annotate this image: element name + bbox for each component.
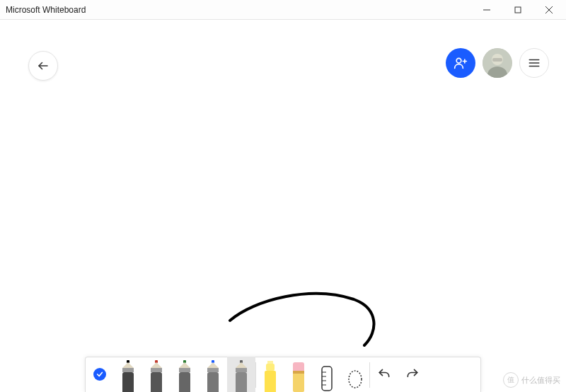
svg-point-5 <box>456 58 461 63</box>
window-maximize-button[interactable] <box>502 0 533 20</box>
redo-button[interactable] <box>398 357 427 392</box>
top-right-controls <box>446 48 549 78</box>
back-arrow-icon <box>37 59 50 72</box>
ruler-icon <box>318 364 336 392</box>
window-title: Microsoft Whiteboard <box>6 5 86 15</box>
pen-icon <box>205 361 221 392</box>
watermark: 值 什么值得买 <box>503 372 560 388</box>
undo-button[interactable] <box>370 357 398 392</box>
lasso-tool[interactable] <box>341 357 369 392</box>
user-avatar[interactable] <box>483 48 512 78</box>
pen-icon <box>149 361 164 392</box>
whiteboard-canvas[interactable]: 值 什么值得买 <box>0 20 566 392</box>
lasso-icon <box>346 364 364 392</box>
redo-icon <box>405 367 420 381</box>
eraser-tool[interactable] <box>284 357 313 392</box>
window-titlebar: Microsoft Whiteboard <box>0 0 566 20</box>
ruler-tool[interactable] <box>313 357 341 392</box>
settings-menu-button[interactable] <box>519 48 549 78</box>
pen-green[interactable] <box>171 357 199 392</box>
svg-point-20 <box>349 371 362 388</box>
active-pen-indicator[interactable] <box>86 357 114 392</box>
svg-rect-15 <box>322 367 332 391</box>
ink-stroke <box>226 289 389 367</box>
pen-gray[interactable] <box>227 357 255 392</box>
pen-black[interactable] <box>114 357 142 392</box>
back-button[interactable] <box>28 51 58 81</box>
pen-icon <box>120 361 136 392</box>
avatar-image-icon <box>483 48 512 78</box>
checkmark-icon <box>93 368 106 381</box>
pen-icon <box>233 361 249 392</box>
highlighter-icon <box>262 361 278 392</box>
watermark-text: 什么值得买 <box>521 375 560 386</box>
pen-red[interactable] <box>142 357 171 392</box>
svg-rect-11 <box>492 58 502 62</box>
person-add-icon <box>454 56 468 70</box>
undo-icon <box>377 367 391 381</box>
highlighter-tool[interactable] <box>256 357 284 392</box>
svg-rect-1 <box>515 7 521 13</box>
window-minimize-button[interactable] <box>471 0 502 20</box>
window-close-button[interactable] <box>533 0 565 20</box>
pen-blue[interactable] <box>199 357 227 392</box>
drawing-toolbar <box>85 357 481 392</box>
hamburger-icon <box>528 57 541 69</box>
eraser-icon <box>291 361 306 392</box>
invite-button[interactable] <box>446 48 475 78</box>
pen-icon <box>177 361 192 392</box>
watermark-badge-icon: 值 <box>503 372 519 388</box>
window-controls <box>471 0 565 20</box>
